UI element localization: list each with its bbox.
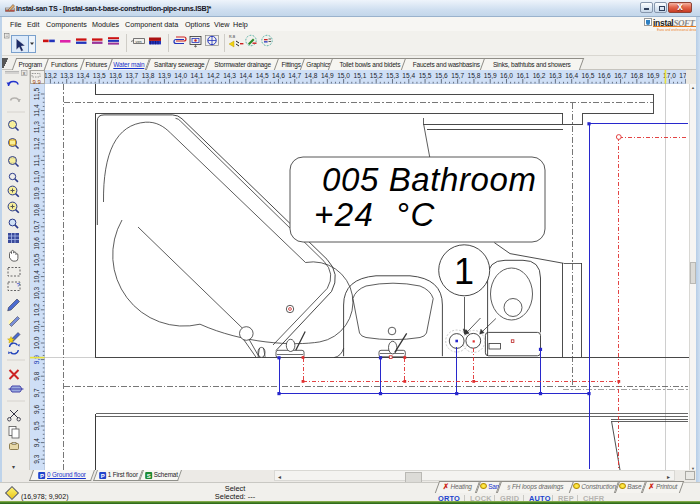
svg-text:16,4: 16,4 [565,72,578,79]
svg-text:10,1: 10,1 [33,320,40,333]
svg-text:15,2: 15,2 [370,72,383,79]
svg-text:14,5: 14,5 [256,72,269,79]
svg-text:15,9: 15,9 [484,72,497,79]
svg-text:15,3: 15,3 [386,72,399,79]
svg-text:10,7: 10,7 [33,220,40,233]
svg-text:14,1: 14,1 [191,72,204,79]
svg-text:10,6: 10,6 [33,237,40,250]
svg-text:9,7: 9,7 [33,388,40,397]
svg-text:16,5: 16,5 [582,72,595,79]
svg-text:11,0: 11,0 [33,170,40,183]
svg-text:17,1: 17,1 [679,72,686,79]
svg-text:13,4: 13,4 [77,72,90,79]
svg-text:13,5: 13,5 [93,72,106,79]
svg-text:10,9: 10,9 [33,187,40,200]
svg-text:15,4: 15,4 [402,72,415,79]
svg-text:005 Bathroom: 005 Bathroom [322,161,537,198]
svg-text:13,8: 13,8 [142,72,155,79]
svg-text:11,1: 11,1 [33,154,40,167]
svg-text:13,2: 13,2 [45,72,57,79]
svg-text:10,3: 10,3 [33,286,40,299]
svg-text:16,3: 16,3 [549,72,562,79]
svg-text:15,7: 15,7 [451,72,464,79]
svg-text:16,7: 16,7 [614,72,627,79]
svg-text:9,5: 9,5 [33,421,40,430]
svg-text:14,9: 14,9 [321,72,334,79]
svg-text:10,5: 10,5 [33,253,40,266]
svg-text:14,0: 14,0 [174,72,187,79]
svg-text:14,8: 14,8 [305,72,318,79]
svg-text:15,0: 15,0 [337,72,350,79]
svg-text:14,2: 14,2 [207,72,220,79]
svg-text:15,6: 15,6 [435,72,448,79]
svg-text:16,0: 16,0 [500,72,513,79]
svg-text:9,8: 9,8 [33,371,40,380]
svg-text:14,6: 14,6 [272,72,285,79]
svg-text:9,6: 9,6 [33,404,40,413]
svg-text:9,3: 9,3 [33,454,40,463]
svg-text:14,4: 14,4 [239,72,252,79]
svg-text:+24 °C: +24 °C [314,196,436,233]
svg-text:14,3: 14,3 [223,72,236,79]
svg-text:9,9: 9,9 [33,355,40,364]
svg-text:10,0: 10,0 [33,336,40,349]
svg-text:10,2: 10,2 [33,303,40,316]
svg-text:1: 1 [454,251,474,292]
svg-text:16,9: 16,9 [647,72,660,79]
svg-text:16,8: 16,8 [630,72,643,79]
svg-text:11,2: 11,2 [33,137,40,150]
svg-text:13,7: 13,7 [125,72,138,79]
svg-text:11,4: 11,4 [33,104,40,117]
svg-text:11,5: 11,5 [33,87,40,100]
svg-text:15,8: 15,8 [468,72,481,79]
svg-text:9,4: 9,4 [33,438,40,447]
svg-text:13,9: 13,9 [158,72,171,79]
svg-text:15,1: 15,1 [353,72,366,79]
svg-text:13,3: 13,3 [60,72,73,79]
svg-text:R-B: R-B [229,35,236,39]
svg-text:16,1: 16,1 [516,72,529,79]
svg-text:10,4: 10,4 [33,270,40,283]
svg-text:16,2: 16,2 [533,72,546,79]
svg-text:ven: ven [136,40,142,44]
svg-text:10,8: 10,8 [33,203,40,216]
svg-text:15,5: 15,5 [419,72,432,79]
svg-text:14,7: 14,7 [288,72,301,79]
svg-text:13,6: 13,6 [109,72,122,79]
svg-text:11,3: 11,3 [33,121,40,134]
svg-text:16,6: 16,6 [598,72,611,79]
